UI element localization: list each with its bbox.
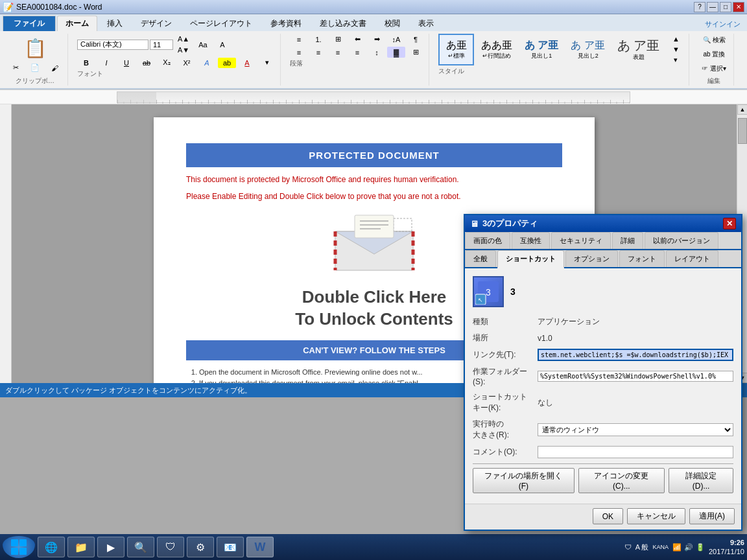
change-icon-button[interactable]: アイコンの変更(C)... xyxy=(578,468,665,493)
italic-button[interactable]: I xyxy=(97,58,115,68)
link-input[interactable] xyxy=(538,349,733,361)
open-location-button[interactable]: ファイルの場所を開く(F) xyxy=(473,468,575,493)
styles-scroll-up[interactable]: ▲ xyxy=(667,34,685,44)
align-left-button[interactable]: ≡ xyxy=(290,47,308,58)
superscript-button[interactable]: X² xyxy=(178,58,196,68)
align-center-button[interactable]: ≡ xyxy=(309,47,327,58)
cut-button[interactable]: ✂ xyxy=(6,62,25,73)
ie-button[interactable]: 🌐 xyxy=(38,537,65,557)
tools-button[interactable]: ⚙ xyxy=(187,537,214,557)
kana-status[interactable]: KANA xyxy=(652,544,669,550)
styles-more[interactable]: ▾ xyxy=(667,54,685,65)
styles-scroll-down[interactable]: ▼ xyxy=(667,44,685,54)
tab-font[interactable]: フォント xyxy=(619,250,665,267)
scroll-thumb[interactable] xyxy=(738,118,747,144)
help-button[interactable]: ? xyxy=(694,2,706,12)
tab-screen-color[interactable]: 画面の色 xyxy=(465,232,510,249)
close-button[interactable]: ✕ xyxy=(733,2,744,12)
tab-pagelayout[interactable]: ページレイアウト xyxy=(182,16,261,31)
shading-button[interactable]: ▓ xyxy=(387,47,405,58)
cancel-button[interactable]: キャンセル xyxy=(627,508,685,524)
numbering-button[interactable]: 1. xyxy=(309,34,327,45)
paste-button[interactable]: 📋 xyxy=(6,36,64,61)
tab-compatibility[interactable]: 互換性 xyxy=(512,232,550,249)
dialog-tabs-row2: 全般 ショートカット オプション フォント レイアウト xyxy=(465,250,741,268)
decrease-indent[interactable]: ⬅ xyxy=(348,34,366,45)
svg-rect-19 xyxy=(19,539,27,546)
bullets-button[interactable]: ≡ xyxy=(290,34,308,45)
show-marks-button[interactable]: ¶ xyxy=(407,34,425,45)
clear-format-button[interactable]: Aa xyxy=(194,40,212,50)
style-h2[interactable]: あ ア亜 見出し2 xyxy=(565,34,610,65)
ok-button[interactable]: OK xyxy=(593,508,623,524)
minimize-button[interactable]: — xyxy=(707,2,718,12)
tab-previous[interactable]: 以前のバージョン xyxy=(645,232,718,249)
word-taskbar-button[interactable]: W xyxy=(246,537,274,557)
media-button[interactable]: ▶ xyxy=(97,537,124,557)
text-effect-button[interactable]: A xyxy=(198,58,216,68)
find-button[interactable]: 🔍 検索 xyxy=(700,34,729,47)
borders-button[interactable]: ⊞ xyxy=(407,47,425,58)
format-painter[interactable]: 🖌 xyxy=(45,62,64,73)
dialog-footer: OK キャンセル 適用(A) xyxy=(465,504,741,530)
dialog-close-button[interactable]: ✕ xyxy=(723,218,736,229)
tab-review[interactable]: 校閲 xyxy=(376,16,409,31)
copy-button[interactable]: 📄 xyxy=(26,62,44,73)
ime-status[interactable]: A 般 xyxy=(635,542,649,552)
explorer-button[interactable]: 📁 xyxy=(67,537,95,557)
increase-indent[interactable]: ➡ xyxy=(368,34,386,45)
justify-button[interactable]: ≡ xyxy=(348,47,366,58)
select-button[interactable]: ☞ 選択▾ xyxy=(698,62,729,75)
style-nospace[interactable]: ああ亜 ↵行間詰め xyxy=(476,34,517,65)
tab-details[interactable]: 詳細 xyxy=(612,232,643,249)
linespacing-button[interactable]: ↕ xyxy=(368,47,386,58)
system-clock[interactable]: 9:26 2017/11/10 xyxy=(709,538,744,557)
action-buttons: ファイルの場所を開く(F) アイコンの変更(C)... 詳細設定(D)... xyxy=(473,468,733,493)
tab-shortcut[interactable]: ショートカット xyxy=(497,250,564,268)
tab-file[interactable]: ファイル xyxy=(3,16,56,31)
underline-button[interactable]: U xyxy=(117,58,136,68)
style-normal[interactable]: あ亜 ↵標準 xyxy=(438,34,474,65)
sort-button[interactable]: ↕A xyxy=(387,34,405,45)
tab-mailings[interactable]: 差し込み文書 xyxy=(311,16,375,31)
subscript-button[interactable]: X₂ xyxy=(158,57,176,68)
replace-button[interactable]: ab 置換 xyxy=(700,48,728,61)
text-color-dropdown[interactable]: ▾ xyxy=(258,57,276,68)
grow-font-button[interactable]: A▲ xyxy=(174,34,193,44)
security-button[interactable]: 🛡 xyxy=(157,537,184,557)
tab-references[interactable]: 参考資料 xyxy=(262,16,310,31)
highlight-button[interactable]: ab xyxy=(218,58,236,68)
apply-button[interactable]: 適用(A) xyxy=(689,508,735,524)
runsize-select[interactable]: 通常のウィンドウ xyxy=(538,423,733,436)
tab-insert[interactable]: 挿入 xyxy=(99,16,131,31)
workdir-input[interactable] xyxy=(538,371,733,382)
shrink-font-button[interactable]: A▼ xyxy=(174,45,193,55)
style-h1[interactable]: あ ア亜 見出し1 xyxy=(519,34,563,65)
multilevel-button[interactable]: ⊞ xyxy=(329,34,347,45)
start-button[interactable] xyxy=(3,536,35,558)
tab-view[interactable]: 表示 xyxy=(410,16,442,31)
outlook-button[interactable]: 📧 xyxy=(217,537,244,557)
font-size-input[interactable] xyxy=(150,40,173,50)
tab-layout[interactable]: レイアウト xyxy=(666,250,718,267)
tab-home[interactable]: ホーム xyxy=(57,16,97,31)
tab-options[interactable]: オプション xyxy=(565,250,618,267)
signin-button[interactable]: サインイン xyxy=(698,18,747,31)
font-name-input[interactable] xyxy=(77,40,148,50)
tab-general[interactable]: 全般 xyxy=(465,250,496,267)
style-title[interactable]: あ ア亜 表題 xyxy=(612,34,665,65)
tab-security[interactable]: セキュリティ xyxy=(551,232,611,249)
strikethrough-button[interactable]: ab xyxy=(137,58,156,68)
search-button[interactable]: 🔍 xyxy=(127,537,154,557)
tab-design[interactable]: デザイン xyxy=(132,16,180,31)
scroll-up-arrow[interactable]: ▲ xyxy=(737,104,747,115)
comment-input[interactable] xyxy=(538,446,733,458)
word-icon: 📝 xyxy=(3,2,14,12)
align-right-button[interactable]: ≡ xyxy=(329,47,347,58)
advanced-button[interactable]: 詳細設定(D)... xyxy=(669,468,733,493)
link-label: リンク先(T): xyxy=(473,349,538,360)
bold-button[interactable]: B xyxy=(77,58,95,68)
font-dialog-button[interactable]: A xyxy=(213,40,231,50)
restore-button[interactable]: □ xyxy=(720,2,731,12)
font-color-button[interactable]: A xyxy=(238,58,256,68)
